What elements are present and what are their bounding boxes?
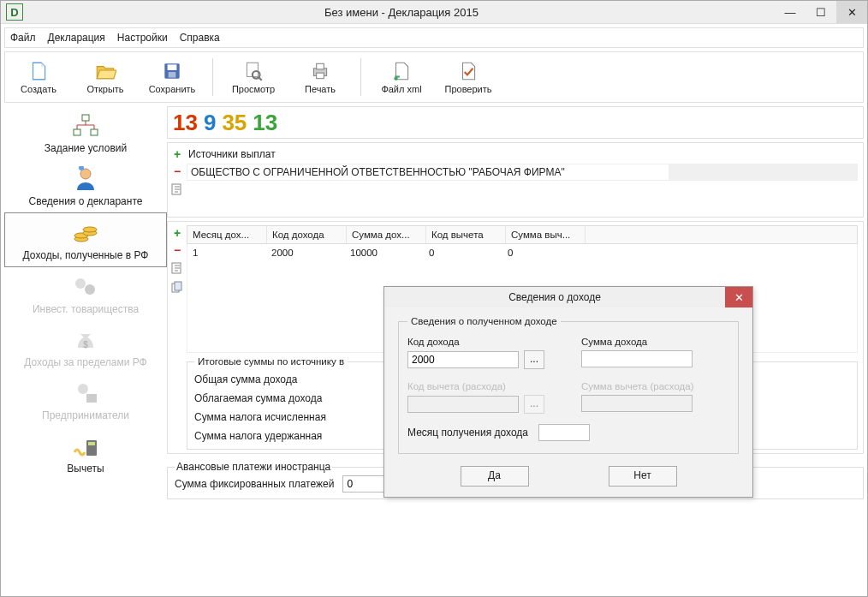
col-month[interactable]: Месяц дох...	[187, 226, 267, 243]
tool-save[interactable]: Сохранить	[139, 57, 205, 98]
svg-point-18	[75, 278, 86, 289]
save-icon	[161, 60, 183, 82]
cell-income-sum: 10000	[345, 244, 424, 261]
nav-income-rf[interactable]: Доходы, полученные в РФ	[4, 212, 167, 267]
nav-conditions-label: Задание условий	[45, 142, 127, 154]
svg-rect-1	[168, 64, 177, 70]
income-table-header: Месяц дох... Код дохода Сумма дох... Код…	[187, 225, 858, 244]
source-row[interactable]: ОБЩЕСТВО С ОГРАНИЧЕННОЙ ОТВЕТСТВЕННОСТЬЮ…	[187, 164, 858, 181]
tool-preview[interactable]: Просмотр	[220, 57, 287, 98]
svg-rect-8	[317, 73, 324, 79]
rate-tabs: 13 9 35 13	[167, 106, 864, 139]
menu-help[interactable]: Справка	[180, 32, 220, 44]
income-fields-group: Сведения о полученном доходе Код дохода …	[398, 316, 739, 454]
person-icon	[71, 166, 100, 192]
tool-open-label: Открыть	[86, 84, 123, 94]
nav-invest: Инвест. товарищества	[4, 267, 167, 320]
tool-xml-label: Файл xml	[381, 84, 421, 94]
source-remove-button[interactable]: −	[174, 165, 181, 177]
col-income-code[interactable]: Код дохода	[267, 226, 347, 243]
income-remove-button[interactable]: −	[174, 244, 181, 256]
preview-icon	[242, 60, 265, 82]
svg-rect-22	[86, 394, 97, 403]
menu-file[interactable]: Файл	[10, 32, 36, 44]
minimize-button[interactable]: —	[775, 1, 806, 23]
income-sum-label: Сумма дохода	[581, 337, 729, 347]
nav-foreign: $ Доходы за пределами РФ	[4, 320, 167, 373]
svg-rect-9	[82, 115, 89, 121]
income-code-label: Код дохода	[407, 337, 556, 347]
dialog-close-button[interactable]: ✕	[725, 287, 752, 307]
tool-check-label: Проверить	[444, 84, 491, 94]
titlebar: D Без имени - Декларация 2015 — ☐ ✕	[1, 1, 867, 24]
window-controls: — ☐ ✕	[775, 1, 867, 23]
maximize-button[interactable]: ☐	[806, 1, 836, 23]
month-label: Месяц получения дохода	[407, 427, 528, 439]
income-add-button[interactable]: +	[174, 227, 181, 239]
tool-create[interactable]: Создать	[5, 57, 72, 98]
svg-point-21	[78, 384, 88, 394]
svg-point-19	[85, 284, 95, 295]
app-icon: D	[6, 3, 23, 21]
new-file-icon	[27, 60, 50, 82]
income-code-input[interactable]	[407, 351, 519, 368]
col-deduct-sum[interactable]: Сумма выч...	[506, 226, 586, 243]
menu-declaration[interactable]: Декларация	[48, 32, 105, 44]
dialog-no-button[interactable]: Нет	[609, 466, 677, 487]
tool-create-label: Создать	[21, 84, 56, 94]
income-dialog: Сведения о доходе ✕ Сведения о полученно…	[383, 286, 753, 498]
rate-tab-13b[interactable]: 13	[253, 110, 277, 136]
nav-declarant[interactable]: Сведения о декларанте	[4, 159, 167, 212]
month-input[interactable]	[538, 424, 590, 441]
rate-tab-13a[interactable]: 13	[173, 110, 198, 136]
tool-save-label: Сохранить	[149, 84, 196, 94]
source-edit-button[interactable]	[170, 182, 184, 196]
income-edit-button[interactable]	[170, 261, 184, 275]
nav-deductions-label: Вычеты	[67, 463, 104, 475]
tool-open[interactable]: Открыть	[72, 57, 139, 98]
deduct-code-label: Код вычета (расхода)	[407, 381, 556, 391]
income-sum-input[interactable]	[581, 350, 693, 367]
totals-legend: Итоговые суммы по источнику в	[194, 356, 348, 367]
nav-deductions[interactable]: Вычеты	[4, 427, 167, 480]
nav-income-rf-label: Доходы, полученные в РФ	[23, 249, 149, 261]
deduct-sum-input	[581, 395, 693, 412]
dialog-yes-button[interactable]: Да	[461, 466, 529, 487]
dialog-title: Сведения о доходе	[384, 291, 725, 303]
sources-panel: + − Источники выплат ОБЩЕСТВО С ОГРАНИЧЕ…	[167, 142, 864, 218]
source-add-button[interactable]: +	[174, 148, 181, 160]
tool-preview-label: Просмотр	[232, 84, 275, 94]
cell-month: 1	[187, 244, 266, 261]
cell-deduct-sum: 0	[502, 244, 581, 261]
close-button[interactable]: ✕	[836, 1, 867, 23]
svg-rect-24	[88, 442, 95, 445]
cell-deduct-code: 0	[424, 244, 502, 261]
income-copy-button[interactable]	[170, 280, 184, 294]
svg-rect-2	[169, 72, 176, 78]
nav-conditions[interactable]: Задание условий	[4, 106, 167, 159]
svg-point-17	[83, 227, 97, 232]
window-title: Без имени - Декларация 2015	[28, 6, 775, 19]
tool-print-label: Печать	[305, 84, 336, 94]
table-row[interactable]: 1 2000 10000 0 0	[187, 244, 857, 261]
svg-rect-10	[74, 129, 80, 135]
nav-entrepreneur: Предприниматели	[4, 373, 167, 427]
rate-tab-9[interactable]: 9	[204, 110, 216, 136]
income-code-picker[interactable]: ...	[524, 350, 544, 369]
menu-settings[interactable]: Настройки	[117, 32, 168, 44]
tool-xml[interactable]: Файл xml	[368, 57, 435, 98]
tool-check[interactable]: Проверить	[435, 57, 502, 98]
deduct-sum-label: Сумма вычета (расхода)	[581, 381, 729, 391]
xml-file-icon	[390, 60, 413, 82]
rate-tab-35[interactable]: 35	[222, 110, 247, 136]
col-income-sum[interactable]: Сумма дох...	[347, 226, 426, 243]
tool-print[interactable]: Печать	[287, 57, 354, 98]
moneybag-icon: $	[71, 327, 100, 353]
nav-sidebar: Задание условий Сведения о декларанте До…	[4, 106, 167, 596]
deduct-code-input	[407, 396, 519, 413]
advance-label: Сумма фиксированных платежей	[175, 478, 334, 490]
col-deduct-code[interactable]: Код вычета	[426, 226, 506, 243]
calculator-icon	[71, 433, 100, 459]
advance-legend: Авансовые платежи иностранца	[175, 461, 332, 473]
svg-rect-7	[317, 63, 324, 69]
